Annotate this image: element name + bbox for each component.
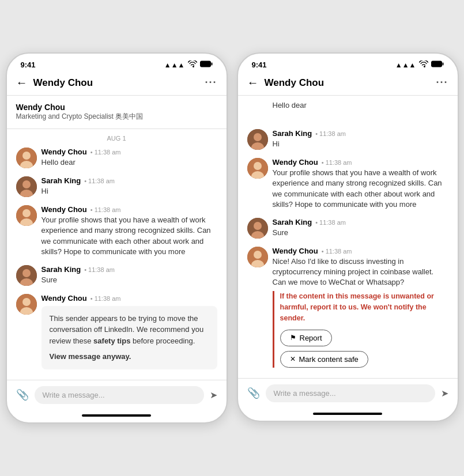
message-text: Hello dear xyxy=(273,100,448,111)
message-input-1[interactable]: Write a message... xyxy=(35,386,204,404)
message-meta: Wendy Chou • 11:38 am xyxy=(42,148,217,156)
wendy-avatar xyxy=(16,294,37,315)
back-button-1[interactable]: ← xyxy=(16,76,28,89)
sender-name: Wendy Chou xyxy=(42,148,87,156)
header-title-2: Wendy Chou xyxy=(265,77,431,89)
home-indicator-2 xyxy=(313,413,382,415)
attach-icon-1[interactable]: 📎 xyxy=(16,388,29,401)
warning-box: This sender appears to be trying to move… xyxy=(42,306,217,369)
more-button-1[interactable]: ··· xyxy=(205,77,217,89)
message-meta: Sarah King • 11:38 am xyxy=(42,265,217,274)
message-time: • 11:38 am xyxy=(322,248,352,255)
time-1: 9:41 xyxy=(21,61,36,69)
report-button-label: Report xyxy=(300,334,322,342)
wendy-avatar xyxy=(247,247,268,267)
message-text: Sure xyxy=(42,275,217,285)
warning-after: before proceeding. xyxy=(130,337,195,345)
sender-name: Sarah King xyxy=(42,176,81,185)
svg-point-9 xyxy=(22,209,31,217)
svg-point-27 xyxy=(254,222,262,230)
message-content: Wendy Chou • 11:38 am This sender appear… xyxy=(42,294,217,369)
wendy-avatar xyxy=(16,205,37,226)
svg-rect-1 xyxy=(211,63,212,66)
message-row: Wendy Chou • 11:38 am This sender appear… xyxy=(16,294,217,369)
message-content: Sarah King • 11:38 am Hi xyxy=(273,129,448,149)
message-time: • 11:38 am xyxy=(322,159,352,166)
sender-name: Wendy Chou xyxy=(273,247,318,255)
message-text: Hi xyxy=(42,186,217,197)
sender-name: Wendy Chou xyxy=(42,205,87,214)
message-time: • 11:38 am xyxy=(84,266,115,273)
message-content: Wendy Chou • 11:38 am Your profile shows… xyxy=(42,205,217,257)
sender-name: Sarah King xyxy=(273,129,312,138)
message-row: Wendy Chou • 11:38 am Hello dear xyxy=(16,148,217,168)
message-text: Hello dear xyxy=(42,157,217,168)
message-meta: Wendy Chou • 11:38 am xyxy=(273,247,448,255)
svg-point-3 xyxy=(22,152,31,160)
message-content: Sarah King • 11:38 am Hi xyxy=(42,176,217,197)
message-input-2[interactable]: Write a message... xyxy=(266,384,435,402)
message-content: Sarah King • 11:38 am Sure xyxy=(42,265,217,285)
message-meta: Sarah King • 11:38 am xyxy=(42,176,217,185)
message-text: Sure xyxy=(273,228,448,238)
message-time: • 11:38 am xyxy=(90,295,121,302)
wifi-icon-1 xyxy=(188,61,197,69)
message-row: Sarah King • 11:38 am Sure xyxy=(16,265,217,286)
report-button[interactable]: ⚑ Report xyxy=(280,330,332,346)
signal-icon-1: ▲▲▲ xyxy=(164,61,185,69)
home-indicator-1 xyxy=(82,414,151,417)
svg-point-6 xyxy=(22,180,31,188)
attach-icon-2[interactable]: 📎 xyxy=(247,387,260,399)
sender-name: Sarah King xyxy=(273,218,312,226)
sender-name: Wendy Chou xyxy=(273,158,318,167)
sender-name: Sarah King xyxy=(42,265,81,274)
phone-2: 9:41 ▲▲▲ ← Wendy Chou ··· xyxy=(237,52,459,422)
message-content: Hello dear xyxy=(273,100,448,111)
message-time: • 11:38 am xyxy=(315,219,346,226)
message-row: Wendy Chou • 11:38 am Your profile shows… xyxy=(16,205,217,257)
view-anyway-link[interactable]: View message anyway. xyxy=(50,351,209,362)
input-bar-2: 📎 Write a message... ➤ xyxy=(238,378,458,408)
svg-point-21 xyxy=(254,133,262,141)
wendy-avatar xyxy=(247,158,268,179)
sarah-avatar xyxy=(16,176,37,197)
more-button-2[interactable]: ··· xyxy=(436,77,448,89)
message-time: • 11:38 am xyxy=(90,149,121,156)
message-row: Hello dear xyxy=(247,100,448,121)
sender-name: Wendy Chou xyxy=(42,294,87,303)
input-bar-1: 📎 Write a message... ➤ xyxy=(7,380,227,410)
message-content: Wendy Chou • 11:38 am Your profile shows… xyxy=(273,158,448,210)
signal-icon-2: ▲▲▲ xyxy=(395,61,416,69)
svg-rect-17 xyxy=(431,61,442,67)
message-content: Wendy Chou • 11:38 am Hello dear xyxy=(42,148,217,168)
x-icon: ✕ xyxy=(290,355,296,363)
safety-tips-link[interactable]: safety tips xyxy=(93,337,130,345)
back-button-2[interactable]: ← xyxy=(247,76,259,89)
message-text: Your profile shows that you have a wealt… xyxy=(273,168,448,210)
send-icon-2[interactable]: ➤ xyxy=(441,388,448,399)
message-text: Hi xyxy=(273,139,448,149)
flag-icon: ⚑ xyxy=(290,334,296,342)
message-time: • 11:38 am xyxy=(90,206,121,213)
profile-banner-1: Wendy Chou Marketing and Crypto Speciali… xyxy=(7,96,227,129)
spam-warning: If the content in this message is unwant… xyxy=(273,291,448,367)
send-icon-1[interactable]: ➤ xyxy=(210,390,217,401)
profile-name-1: Wendy Chou xyxy=(16,103,217,112)
message-content: Sarah King • 11:38 am Sure xyxy=(273,218,448,238)
battery-icon-2 xyxy=(431,61,444,69)
message-row: Wendy Chou • 11:38 am Nice! Also I'd lik… xyxy=(247,247,448,368)
message-meta: Sarah King • 11:38 am xyxy=(273,129,448,138)
svg-rect-18 xyxy=(442,63,443,66)
message-row: Wendy Chou • 11:38 am Your profile shows… xyxy=(247,158,448,210)
message-meta: Wendy Chou • 11:38 am xyxy=(273,158,448,167)
mark-safe-button[interactable]: ✕ Mark content safe xyxy=(280,351,368,368)
wendy-avatar xyxy=(16,148,37,168)
message-time: • 11:38 am xyxy=(315,130,346,137)
message-meta: Wendy Chou • 11:38 am xyxy=(42,205,217,214)
messages-area-1: Wendy Chou • 11:38 am Hello dear Sarah K… xyxy=(7,148,227,377)
message-meta: Wendy Chou • 11:38 am xyxy=(42,294,217,303)
message-meta: Sarah King • 11:38 am xyxy=(273,218,448,226)
svg-point-12 xyxy=(22,269,31,277)
header-1: ← Wendy Chou ··· xyxy=(7,71,227,96)
status-bar-2: 9:41 ▲▲▲ xyxy=(238,54,458,71)
